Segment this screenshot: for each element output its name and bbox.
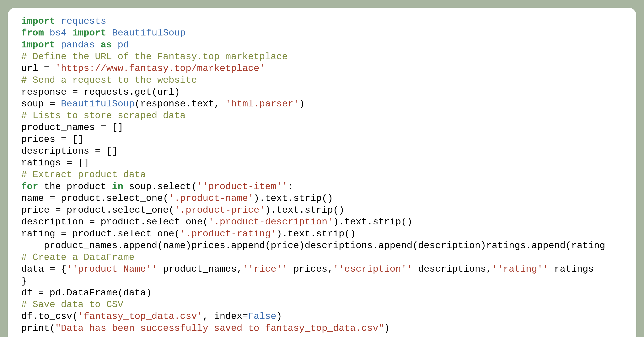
code-line: df = pd.DataFrame(data) xyxy=(21,288,152,298)
code-line: description = product.select_one('.produ… xyxy=(21,216,412,227)
code-line: rating = product.select_one('.product-ra… xyxy=(21,228,356,239)
code-line: name = product.select_one('.product-name… xyxy=(21,193,333,204)
code-line: df.to_csv('fantasy_top_data.csv', index=… xyxy=(21,311,282,322)
code-line: product_names.append(name)prices.append(… xyxy=(21,240,605,251)
code-line: from bs4 import BeautifulSoup xyxy=(21,28,186,38)
code-comment: # Save data to CSV xyxy=(21,299,123,310)
code-comment: # Send a request to the website xyxy=(21,75,197,86)
code-line: import pandas as pd xyxy=(21,40,129,50)
code-line: soup = BeautifulSoup(response.text, 'htm… xyxy=(21,98,305,109)
code-comment: # Extract product data xyxy=(21,169,146,180)
code-line: print("Data has been successfully saved … xyxy=(21,323,390,334)
code-line: response = requests.get(url) xyxy=(21,87,180,98)
code-line: data = {''product Name'' product_names,'… xyxy=(21,264,594,274)
code-line: import requests xyxy=(21,16,106,26)
code-line: url = 'https://www.fantasy.top/marketpla… xyxy=(21,63,265,74)
code-line: descriptions = [] xyxy=(21,146,118,156)
page-background: import requests from bs4 import Beautifu… xyxy=(0,0,644,337)
code-comment: # Create a DataFrame xyxy=(21,252,134,263)
code-line: price = product.select_one('.product-pri… xyxy=(21,205,344,216)
python-code: import requests from bs4 import Beautifu… xyxy=(21,16,623,334)
code-line: ratings = [] xyxy=(21,158,89,168)
code-line: product_names = [] xyxy=(21,122,123,133)
code-block-card: import requests from bs4 import Beautifu… xyxy=(8,8,636,337)
code-line: for the product in soup.select(''product… xyxy=(21,181,293,192)
code-comment: # Lists to store scraped data xyxy=(21,110,186,121)
code-comment: # Define the URL of the Fantasy.top mark… xyxy=(21,51,288,62)
code-line: } xyxy=(21,276,27,286)
code-line: prices = [] xyxy=(21,134,84,145)
